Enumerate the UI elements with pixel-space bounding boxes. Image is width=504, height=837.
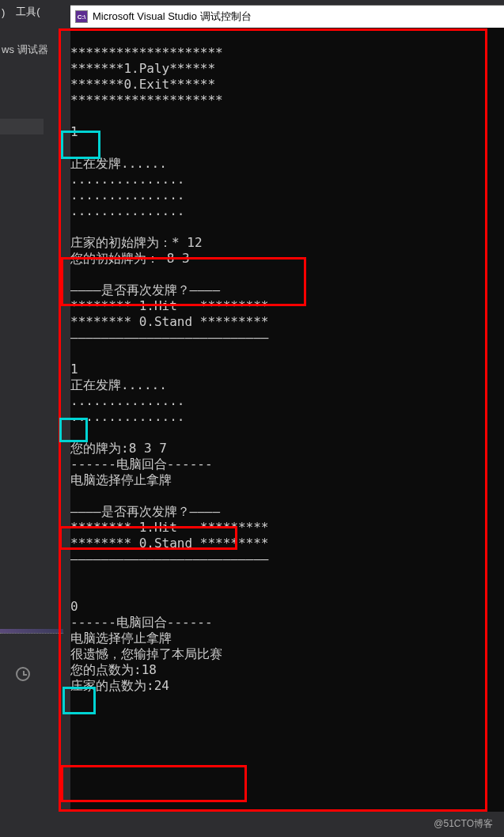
menu-item-tools[interactable]: 工具( (16, 5, 40, 19)
hit-option-2: ******** 1.Hit ********* (70, 520, 268, 535)
menu-play-option: *******1.Paly****** (70, 61, 215, 76)
hit-option: ******** 1.Hit ********* (70, 298, 268, 313)
cpu-stop-text: 电脑选择停止拿牌 (70, 472, 172, 487)
dots-line: ............... (70, 393, 185, 408)
dots-line: ............... (70, 187, 185, 203)
dash-separator-2: —————————————————————————— (70, 551, 268, 566)
player-cards: 您的牌为:8 3 7 (70, 441, 167, 456)
cpu-turn-header-2: ------电脑回合------ (70, 615, 213, 630)
left-strip-decoration (0, 119, 44, 134)
deal-again-header: ————是否再次发牌？———— (70, 282, 220, 297)
user-input-2: 1 (70, 362, 78, 377)
debugger-label: ws 调试器 (2, 44, 48, 55)
user-input-1: 1 (70, 124, 78, 139)
cpu-turn-header: ------电脑回合------ (70, 456, 213, 472)
dots-line: ............... (70, 172, 185, 187)
sub-bar-debugger: ws 调试器 (0, 43, 48, 62)
menu-item-fragment: ) (2, 6, 5, 18)
player-score: 您的点数为:18 (70, 662, 157, 677)
player-initial-cards: 您的初始牌为： 8 3 (70, 251, 190, 266)
dealing-text: 正在发牌...... (70, 156, 167, 171)
user-input-3: 0 (70, 599, 78, 614)
dealing-text-2: 正在发牌...... (70, 377, 167, 392)
window-title: Microsoft Visual Studio 调试控制台 (93, 9, 252, 24)
console-window: C:\ Microsoft Visual Studio 调试控制台 ******… (70, 5, 504, 812)
dealer-score: 庄家的点数为:24 (70, 678, 169, 693)
cpu-stop-text-2: 电脑选择停止拿牌 (70, 631, 172, 646)
dash-separator: —————————————————————————— (70, 330, 268, 345)
watermark-text: @51CTO博客 (434, 817, 493, 831)
dots-line: ............... (70, 203, 185, 218)
stand-option-2: ******** 0.Stand ********* (70, 536, 268, 551)
window-title-bar[interactable]: C:\ Microsoft Visual Studio 调试控制台 (70, 6, 504, 28)
lose-message: 很遗憾，您输掉了本局比赛 (70, 646, 222, 661)
menu-border-bottom: ******************** (70, 93, 223, 108)
dealer-initial-cards: 庄家的初始牌为：* 12 (70, 235, 203, 250)
left-strip-decoration-2 (0, 629, 63, 634)
clock-icon (16, 667, 30, 681)
console-output[interactable]: ******************** *******1.Paly******… (70, 28, 504, 812)
menu-exit-option: *******0.Exit****** (70, 77, 215, 92)
vs-icon: C:\ (75, 10, 88, 23)
deal-again-header-2: ————是否再次发牌？———— (70, 504, 220, 519)
stand-option: ******** 0.Stand ********* (70, 314, 268, 329)
menu-border-top: ******************** (70, 45, 223, 60)
dots-line: ............... (70, 409, 185, 424)
